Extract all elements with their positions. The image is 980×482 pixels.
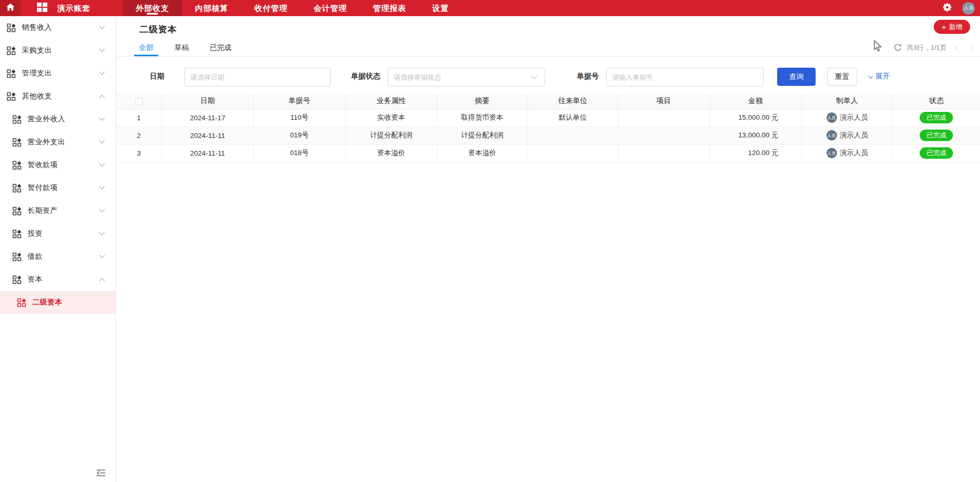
table-row[interactable]: 1 2024-11-17 110号 实收资本 取得货币资本 默认单位 15,00… xyxy=(116,109,980,126)
plus-icon: + xyxy=(942,23,946,31)
creator-name: 演示人员 xyxy=(840,131,868,140)
col-header-amount: 金额 xyxy=(710,93,802,109)
col-header-project: 项目 xyxy=(618,93,710,109)
cell-doc-no: 019号 xyxy=(253,126,345,144)
main-content: 二级资本 + 新增 全部 草稿 已完成 共3行，1/1页 日期 单据状态 xyxy=(116,16,980,482)
sidebar-item-other-payments[interactable]: 其他收支 xyxy=(0,85,115,108)
add-new-button[interactable]: + 新增 xyxy=(934,20,970,34)
col-header-unit: 往来单位 xyxy=(527,93,618,109)
chevron-down-icon xyxy=(99,252,105,258)
cell-summary: 计提分配利润 xyxy=(437,126,527,144)
col-header-biz-attr: 业务属性 xyxy=(345,93,437,109)
doc-no-filter-input[interactable] xyxy=(606,68,764,86)
cell-biz-attr: 计提分配利润 xyxy=(345,126,437,144)
creator-avatar: 人员 xyxy=(827,112,837,123)
tab-all[interactable]: 全部 xyxy=(137,39,155,56)
home-button[interactable] xyxy=(0,0,21,16)
sidebar-item-temp-payments[interactable]: 暂付款项 xyxy=(0,176,115,199)
module-icon xyxy=(12,275,21,284)
module-icon xyxy=(12,207,21,215)
date-filter-input[interactable] xyxy=(184,68,331,86)
apps-grid-button[interactable] xyxy=(30,0,54,16)
tab-completed[interactable]: 已完成 xyxy=(208,39,233,56)
chevron-down-icon xyxy=(99,115,105,121)
apps-grid-icon xyxy=(36,2,48,15)
cell-date: 2024-11-17 xyxy=(162,109,253,126)
refresh-icon[interactable] xyxy=(894,44,901,52)
module-icon xyxy=(7,69,16,78)
creator-name: 演示人员 xyxy=(840,113,868,122)
sidebar-item-nonoperating-income[interactable]: 营业外收入 xyxy=(0,108,115,131)
cell-amount: 13,000.00 元 xyxy=(710,126,802,144)
cell-amount: 15,000.00 元 xyxy=(710,109,802,126)
cell-project xyxy=(618,109,710,126)
sidebar-item-secondary-capital[interactable]: 二级资本 xyxy=(0,291,115,314)
module-icon xyxy=(12,252,21,261)
module-icon xyxy=(7,92,16,101)
documents-table: 日期 单据号 业务属性 摘要 往来单位 项目 金额 制单人 状态 1 2024-… xyxy=(116,93,980,162)
reset-button[interactable]: 重置 xyxy=(827,68,857,86)
chevron-down-icon xyxy=(99,69,105,75)
chevron-up-icon xyxy=(99,95,105,100)
sidebar-item-sales-income[interactable]: 销售收入 xyxy=(0,16,115,39)
table-row[interactable]: 3 2024-11-11 018号 资本溢价 资本溢价 120.00 元 人员 … xyxy=(116,144,980,162)
sidebar-item-management-expense[interactable]: 管理支出 xyxy=(0,62,115,85)
nav-item-internal-accounting[interactable]: 内部核算 xyxy=(182,0,241,16)
sidebar-item-nonoperating-expense[interactable]: 营业外支出 xyxy=(0,131,115,154)
row-index: 2 xyxy=(116,126,162,144)
creator-avatar: 人员 xyxy=(827,130,837,141)
nav-item-settings[interactable]: 设置 xyxy=(419,0,462,16)
module-icon xyxy=(17,298,26,307)
module-icon xyxy=(12,184,21,193)
nav-item-mgmt-reports[interactable]: 管理报表 xyxy=(360,0,419,16)
cell-unit: 默认单位 xyxy=(527,109,618,126)
nav-item-accounting-mgmt[interactable]: 会计管理 xyxy=(301,0,360,16)
status-badge[interactable]: 已完成 xyxy=(920,130,953,141)
cell-summary: 资本溢价 xyxy=(437,144,527,162)
query-button[interactable]: 查询 xyxy=(777,68,816,86)
sidebar-item-investment[interactable]: 投资 xyxy=(0,222,115,245)
sidebar-item-capital[interactable]: 资本 xyxy=(0,268,115,291)
cell-biz-attr: 实收资本 xyxy=(345,109,437,126)
tab-draft[interactable]: 草稿 xyxy=(173,39,190,56)
doc-status-select[interactable] xyxy=(388,68,545,86)
module-icon xyxy=(12,161,21,170)
sidebar-item-purchase-expense[interactable]: 采购支出 xyxy=(0,39,115,62)
cell-status: 已完成 xyxy=(893,126,980,144)
chevron-down-icon xyxy=(99,46,105,52)
account-set-name[interactable]: 演示账套 xyxy=(57,0,91,16)
sidebar-item-longterm-assets[interactable]: 长期资产 xyxy=(0,199,115,222)
sidebar-collapse-icon[interactable] xyxy=(96,469,106,479)
pagination-summary: 共3行，1/1页 xyxy=(907,43,947,53)
module-icon xyxy=(7,23,16,32)
cell-project xyxy=(618,144,710,162)
col-header-date: 日期 xyxy=(162,93,253,109)
next-page-icon[interactable] xyxy=(968,45,973,50)
expand-filters-link[interactable]: 展开 xyxy=(869,72,890,81)
gear-icon[interactable] xyxy=(943,3,952,14)
cell-doc-no: 018号 xyxy=(253,144,345,162)
cell-status: 已完成 xyxy=(893,144,980,162)
status-badge[interactable]: 已完成 xyxy=(920,147,953,159)
nav-item-receipt-payment[interactable]: 收付管理 xyxy=(241,0,301,16)
cell-status: 已完成 xyxy=(893,109,980,126)
sidebar-item-loans[interactable]: 借款 xyxy=(0,245,115,268)
sidebar-item-temp-receipts[interactable]: 暂收款项 xyxy=(0,154,115,176)
cell-unit xyxy=(527,144,618,162)
module-icon xyxy=(12,230,21,238)
col-header-summary: 摘要 xyxy=(437,93,527,109)
select-all-checkbox[interactable] xyxy=(135,98,143,105)
user-avatar[interactable]: 人员 xyxy=(962,2,975,15)
status-badge[interactable]: 已完成 xyxy=(920,112,953,123)
cell-creator: 人员 演示人员 xyxy=(802,126,893,144)
nav-item-external-payments[interactable]: 外部收支 xyxy=(123,0,182,16)
prev-page-icon[interactable] xyxy=(955,45,961,50)
page-header: 二级资本 + 新增 xyxy=(116,16,980,39)
page-title: 二级资本 xyxy=(139,23,177,35)
row-index: 1 xyxy=(116,109,162,126)
cell-date: 2024-11-11 xyxy=(162,126,253,144)
table-row[interactable]: 2 2024-11-11 019号 计提分配利润 计提分配利润 13,000.0… xyxy=(116,126,980,144)
topbar: 演示账套 外部收支 内部核算 收付管理 会计管理 管理报表 设置 人员 xyxy=(0,0,980,16)
cell-doc-no: 110号 xyxy=(253,109,345,126)
cell-summary: 取得货币资本 xyxy=(437,109,527,126)
